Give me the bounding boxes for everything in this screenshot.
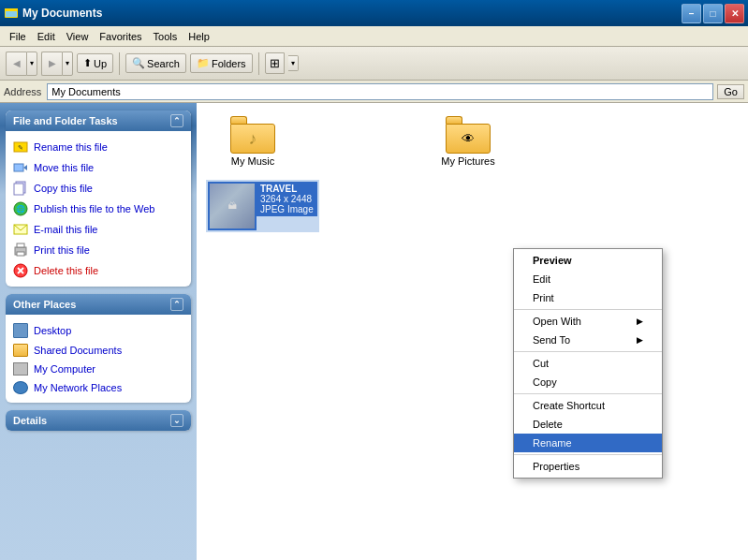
toolbar-sep-2: [258, 52, 259, 75]
travel-filename: TRAVEL: [260, 184, 314, 194]
sidebar-item-copy[interactable]: Copy this file: [9, 178, 187, 199]
views-dropdown[interactable]: ▾: [288, 55, 299, 71]
move-label: Move this file: [34, 162, 94, 173]
ctx-copy[interactable]: Copy: [514, 373, 662, 391]
sidebar-item-shared-docs[interactable]: Shared Documents: [9, 341, 187, 360]
sidebar-item-network-places[interactable]: My Network Places: [9, 378, 187, 397]
ctx-cut[interactable]: Cut: [514, 354, 662, 373]
ctx-edit[interactable]: Edit: [514, 270, 662, 288]
my-music-folder-icon: ♪: [230, 116, 275, 154]
other-places-body: Desktop Shared Documents My Computer My …: [6, 315, 191, 403]
sidebar-item-rename[interactable]: ✎ Rename this file: [9, 137, 187, 157]
back-dropdown[interactable]: ▾: [26, 52, 37, 76]
file-folder-tasks-collapse[interactable]: ⌃: [170, 114, 183, 127]
other-places-panel: Other Places ⌃ Desktop Shared Documents …: [6, 294, 191, 403]
search-button[interactable]: 🔍 Search: [125, 53, 186, 73]
my-pictures-folder[interactable]: 👁 My Pictures: [421, 112, 515, 170]
travel-file[interactable]: 🏔 TRAVEL 3264 x 2448 JPEG Image: [206, 180, 319, 232]
svg-text:🌐: 🌐: [16, 204, 25, 214]
other-places-header: Other Places ⌃: [6, 294, 191, 315]
sidebar-item-move[interactable]: Move this file: [9, 157, 187, 178]
up-label: Up: [94, 58, 107, 69]
menu-file[interactable]: File: [4, 29, 32, 44]
shared-docs-icon: [13, 344, 28, 357]
ctx-properties[interactable]: Properties: [514, 457, 662, 476]
svg-rect-8: [14, 184, 23, 195]
rename-label: Rename this file: [34, 141, 108, 153]
folder-body: ♪: [230, 124, 275, 154]
my-pictures-label: My Pictures: [441, 155, 494, 167]
details-panel: Details ⌄: [6, 410, 191, 431]
sidebar-item-email[interactable]: E-mail this file: [9, 219, 187, 240]
sidebar-item-my-computer[interactable]: My Computer: [9, 360, 187, 378]
ctx-sep-1: [514, 309, 662, 310]
my-music-folder[interactable]: ♪ My Music: [206, 112, 300, 170]
search-label: Search: [147, 58, 180, 69]
menu-favorites[interactable]: Favorites: [94, 29, 147, 44]
travel-file-info: TRAVEL 3264 x 2448 JPEG Image: [257, 182, 317, 216]
ctx-rename[interactable]: Rename: [514, 434, 662, 452]
desktop-icon: [13, 323, 28, 338]
close-button[interactable]: ✕: [725, 4, 744, 23]
maximize-button[interactable]: □: [703, 4, 723, 23]
back-button[interactable]: ◀: [6, 52, 26, 76]
folders-button[interactable]: 📁 Folders: [190, 53, 253, 73]
forward-button-group[interactable]: ▶ ▾: [41, 52, 73, 76]
network-places-icon: [13, 381, 28, 394]
delete-icon: [13, 263, 28, 278]
window-controls: – □ ✕: [682, 4, 744, 23]
menu-edit[interactable]: Edit: [32, 29, 61, 44]
sidebar-item-publish[interactable]: 🌐 Publish this file to the Web: [9, 199, 187, 219]
ctx-delete[interactable]: Delete: [514, 415, 662, 434]
sidebar-item-desktop[interactable]: Desktop: [9, 320, 187, 341]
address-go-button[interactable]: Go: [717, 84, 744, 99]
minimize-button[interactable]: –: [682, 4, 701, 23]
sidebar-item-delete[interactable]: Delete this file: [9, 260, 187, 281]
window-title: My Documents: [22, 7, 682, 20]
rename-icon: ✎: [13, 140, 28, 155]
details-collapse[interactable]: ⌄: [170, 414, 183, 427]
ctx-open-with[interactable]: Open With ▶: [514, 312, 662, 331]
title-bar: My Documents – □ ✕: [0, 0, 748, 26]
address-input[interactable]: [47, 83, 713, 100]
up-icon: ⬆: [83, 57, 92, 69]
sidebar-item-print[interactable]: Print this file: [9, 240, 187, 260]
move-icon: [13, 160, 28, 175]
views-icon: ⊞: [270, 56, 280, 70]
copy-label: Copy this file: [34, 183, 93, 194]
ctx-send-to[interactable]: Send To ▶: [514, 331, 662, 349]
ctx-open-with-label: Open With: [533, 316, 581, 327]
context-menu: Preview Edit Print Open With ▶ Send To ▶…: [513, 248, 663, 479]
travel-dimensions: 3264 x 2448: [260, 194, 314, 204]
other-places-collapse[interactable]: ⌃: [170, 298, 183, 311]
menu-help[interactable]: Help: [183, 29, 215, 44]
ctx-preview[interactable]: Preview: [514, 251, 662, 270]
my-pictures-folder-icon: 👁: [446, 116, 491, 154]
ctx-send-to-arrow: ▶: [637, 335, 643, 345]
folders-icon: 📁: [197, 57, 210, 69]
ctx-print[interactable]: Print: [514, 288, 662, 307]
menu-bar: File Edit View Favorites Tools Help: [0, 26, 748, 47]
print-label: Print this file: [34, 244, 90, 256]
my-computer-label: My Computer: [34, 363, 95, 375]
ctx-create-shortcut[interactable]: Create Shortcut: [514, 396, 662, 415]
travel-type: JPEG Image: [260, 204, 314, 214]
address-bar: Address Go: [0, 81, 748, 103]
forward-dropdown[interactable]: ▾: [62, 52, 73, 76]
up-button[interactable]: ⬆ Up: [77, 53, 113, 73]
menu-view[interactable]: View: [61, 29, 95, 44]
menu-tools[interactable]: Tools: [148, 29, 183, 44]
svg-rect-2: [5, 8, 18, 11]
main-layout: File and Folder Tasks ⌃ ✎ Rename this fi…: [0, 103, 748, 560]
address-label: Address: [4, 86, 41, 97]
forward-button[interactable]: ▶: [41, 52, 62, 76]
back-button-group[interactable]: ◀ ▾: [6, 52, 37, 76]
search-icon: 🔍: [132, 57, 145, 69]
music-note-icon: ♪: [249, 129, 257, 149]
views-button[interactable]: ⊞: [265, 52, 285, 74]
content-area: ♪ My Music 👁 My Pictures 🏔: [197, 103, 748, 560]
network-places-label: My Network Places: [34, 382, 122, 393]
ctx-send-to-label: Send To: [533, 334, 570, 346]
ctx-sep-3: [514, 393, 662, 394]
file-folder-tasks-title: File and Folder Tasks: [13, 115, 118, 126]
